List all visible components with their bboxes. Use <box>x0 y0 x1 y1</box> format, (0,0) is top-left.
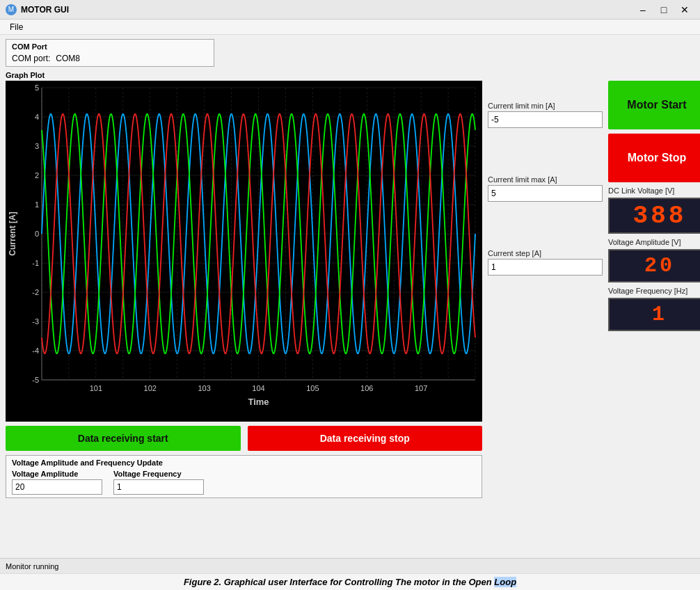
com-port-section: COM Port COM port: COM8 <box>6 39 214 67</box>
com-port-label: COM port: <box>12 54 50 63</box>
data-stop-button[interactable]: Data receiving stop <box>248 426 483 451</box>
graph-container <box>6 81 482 422</box>
current-limit-min-group: Current limit min [A] <box>488 102 603 128</box>
graph-plot-title: Graph Plot <box>6 71 694 79</box>
com-port-title: COM Port <box>12 42 208 51</box>
app-title: MOTOR GUI <box>21 5 69 15</box>
minimize-button[interactable]: – <box>633 3 653 17</box>
current-step-group: Current step [A] <box>488 249 603 276</box>
current-step-input[interactable] <box>488 259 603 276</box>
bottom-buttons: Data receiving start Data receiving stop <box>6 426 482 451</box>
current-limit-min-input[interactable] <box>488 111 603 128</box>
voltage-amp-group: Voltage Amplitude [V] 20 <box>608 238 700 282</box>
voltage-amp-input[interactable] <box>12 479 102 495</box>
dc-link-display: 388 <box>608 198 700 234</box>
current-limit-max-input[interactable] <box>488 185 603 202</box>
caption-bar: Figure 2. Graphical user Interface for C… <box>0 573 700 590</box>
motor-stop-button[interactable]: Motor Stop <box>608 134 700 182</box>
voltage-amp-display-label: Voltage Amplitude [V] <box>608 238 700 246</box>
dc-link-label: DC Link Voltage [V] <box>608 186 700 195</box>
voltage-freq-input[interactable] <box>113 479 204 495</box>
voltage-freq-display-label: Voltage Frequency [Hz] <box>608 287 700 295</box>
data-start-button[interactable]: Data receiving start <box>6 426 241 451</box>
maximize-button[interactable]: □ <box>654 3 674 17</box>
voltage-freq-display: 1 <box>608 298 700 331</box>
voltage-freq-group: Voltage Frequency [Hz] 1 <box>608 287 700 331</box>
caption-text: Figure 2. Graphical user Interface for C… <box>184 577 516 587</box>
main-layout: Data receiving start Data receiving stop… <box>6 81 694 498</box>
current-limit-min-label: Current limit min [A] <box>488 102 603 110</box>
status-text: Monitor running <box>6 562 58 571</box>
dc-link-group: DC Link Voltage [V] 388 <box>608 186 700 234</box>
file-menu[interactable]: File <box>3 21 30 33</box>
voltage-amp-display: 20 <box>608 249 700 282</box>
close-button[interactable]: ✕ <box>675 3 694 17</box>
title-bar: M MOTOR GUI – □ ✕ <box>0 0 700 19</box>
update-section: Voltage Amplitude and Frequency Update V… <box>6 455 482 498</box>
current-limit-max-label: Current limit max [A] <box>488 175 603 184</box>
window-controls: – □ ✕ <box>633 3 694 17</box>
current-step-label: Current step [A] <box>488 249 603 257</box>
com-port-value: COM8 <box>56 54 80 63</box>
controls-panel: Current limit min [A] Current limit max … <box>488 81 603 498</box>
app-icon: M <box>6 4 17 15</box>
voltage-freq-update-label: Voltage Frequency <box>113 470 204 478</box>
right-panel: Motor Start Motor Stop DC Link Voltage [… <box>608 81 700 498</box>
motor-start-button[interactable]: Motor Start <box>608 81 700 129</box>
update-section-title: Voltage Amplitude and Frequency Update <box>12 459 476 467</box>
voltage-amp-update-label: Voltage Amplitude <box>12 470 102 478</box>
motor-buttons: Motor Start Motor Stop <box>608 81 700 182</box>
current-limit-max-group: Current limit max [A] <box>488 175 603 202</box>
menu-bar: File <box>0 19 700 35</box>
status-bar: Monitor running <box>0 558 700 573</box>
